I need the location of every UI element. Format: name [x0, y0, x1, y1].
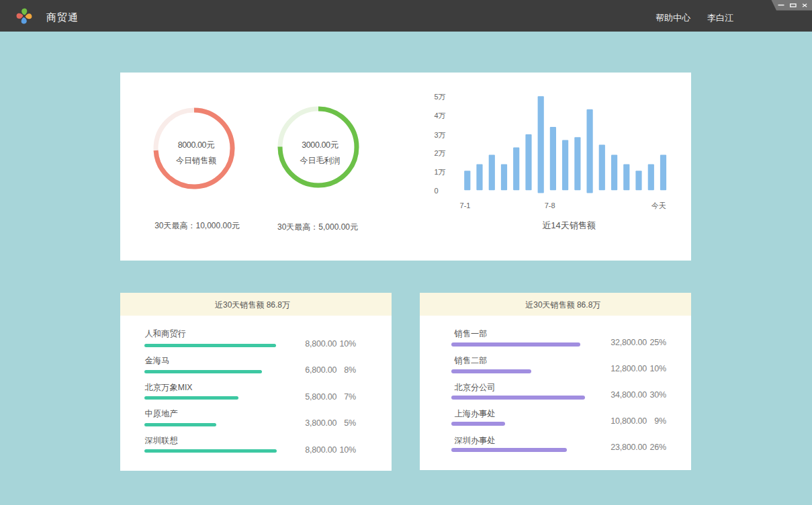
- svg-text:0: 0: [435, 187, 439, 195]
- svg-text:5万: 5万: [435, 93, 446, 101]
- svg-text:4万: 4万: [435, 111, 446, 120]
- svg-text:1万: 1万: [435, 168, 446, 176]
- svg-text:3万: 3万: [435, 131, 446, 139]
- svg-text:7-1: 7-1: [460, 201, 471, 210]
- svg-text:7-8: 7-8: [545, 201, 555, 210]
- svg-text:2万: 2万: [435, 149, 446, 157]
- svg-text:今天: 今天: [651, 201, 666, 210]
